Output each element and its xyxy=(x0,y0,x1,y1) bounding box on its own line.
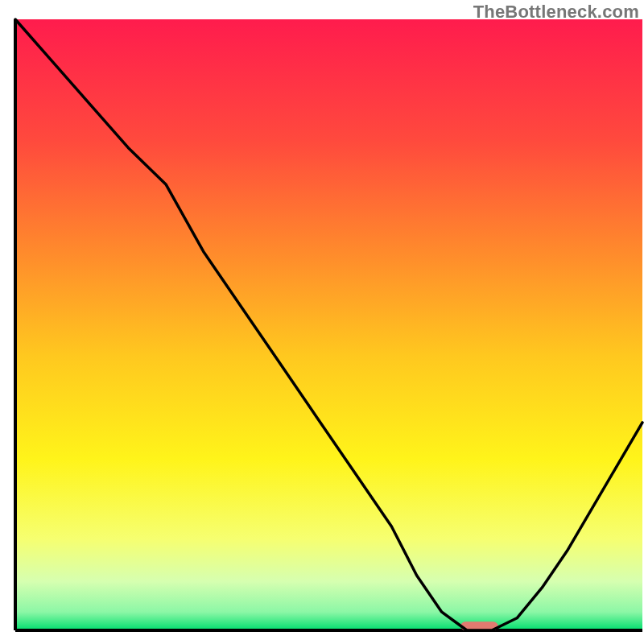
chart-container: TheBottleneck.com xyxy=(0,0,644,644)
chart-svg xyxy=(0,0,644,644)
watermark-text: TheBottleneck.com xyxy=(473,2,639,23)
plot-background xyxy=(15,19,642,630)
